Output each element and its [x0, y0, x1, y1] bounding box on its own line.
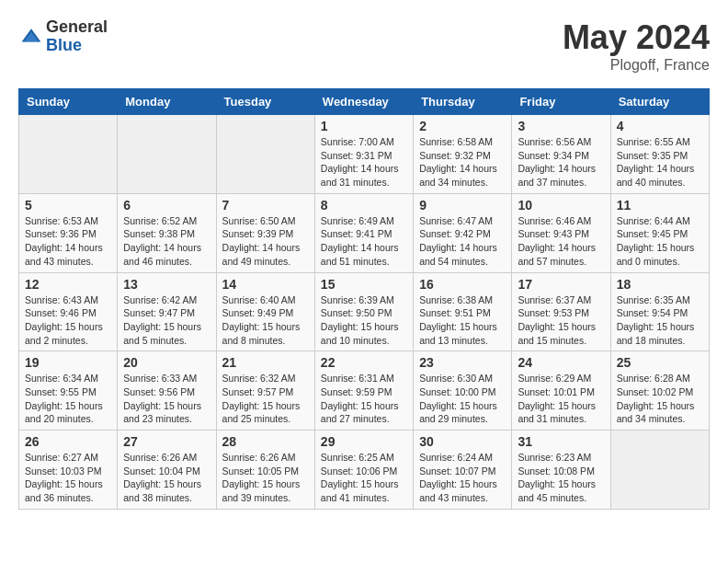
week-row: 12Sunrise: 6:43 AMSunset: 9:46 PMDayligh… [19, 272, 710, 351]
calendar-cell: 25Sunrise: 6:28 AMSunset: 10:02 PMDaylig… [610, 351, 709, 431]
day-info: Sunrise: 6:56 AMSunset: 9:34 PMDaylight:… [518, 135, 604, 190]
day-number: 8 [321, 198, 407, 213]
day-number: 20 [123, 355, 210, 370]
day-info: Sunrise: 6:25 AMSunset: 10:06 PMDaylight… [321, 451, 407, 505]
day-number: 23 [419, 355, 506, 370]
day-info: Sunrise: 6:58 AMSunset: 9:32 PMDaylight:… [419, 135, 506, 190]
calendar-cell: 21Sunrise: 6:32 AMSunset: 9:57 PMDayligh… [216, 351, 314, 431]
week-row: 26Sunrise: 6:27 AMSunset: 10:03 PMDaylig… [19, 431, 710, 510]
day-number: 27 [123, 434, 210, 449]
calendar-cell: 28Sunrise: 6:26 AMSunset: 10:05 PMDaylig… [216, 431, 314, 510]
day-info: Sunrise: 6:37 AMSunset: 9:53 PMDaylight:… [518, 293, 604, 348]
calendar-cell: 29Sunrise: 6:25 AMSunset: 10:06 PMDaylig… [314, 431, 413, 510]
calendar-cell: 13Sunrise: 6:42 AMSunset: 9:47 PMDayligh… [118, 272, 216, 351]
calendar-cell: 6Sunrise: 6:52 AMSunset: 9:38 PMDaylight… [118, 193, 216, 272]
day-info: Sunrise: 6:52 AMSunset: 9:38 PMDaylight:… [123, 214, 210, 269]
calendar-cell: 14Sunrise: 6:40 AMSunset: 9:49 PMDayligh… [216, 272, 314, 351]
day-number: 16 [419, 277, 506, 292]
day-number: 25 [617, 355, 703, 370]
day-number: 4 [617, 119, 703, 133]
day-info: Sunrise: 6:47 AMSunset: 9:42 PMDaylight:… [419, 214, 506, 269]
calendar-cell [216, 115, 314, 194]
day-of-week-header: Saturday [610, 89, 709, 115]
calendar-cell [19, 115, 118, 194]
day-number: 14 [222, 277, 309, 292]
calendar-cell: 24Sunrise: 6:29 AMSunset: 10:01 PMDaylig… [512, 351, 610, 431]
day-of-week-header: Monday [118, 89, 216, 115]
day-info: Sunrise: 6:44 AMSunset: 9:45 PMDaylight:… [617, 214, 703, 269]
day-info: Sunrise: 6:31 AMSunset: 9:59 PMDaylight:… [321, 372, 407, 426]
day-number: 29 [321, 434, 407, 449]
day-of-week-header: Thursday [414, 89, 512, 115]
calendar-cell: 2Sunrise: 6:58 AMSunset: 9:32 PMDaylight… [414, 115, 512, 194]
day-number: 11 [617, 198, 703, 213]
day-of-week-header: Friday [512, 89, 610, 115]
week-row: 5Sunrise: 6:53 AMSunset: 9:36 PMDaylight… [19, 193, 710, 272]
calendar-cell: 3Sunrise: 6:56 AMSunset: 9:34 PMDaylight… [512, 115, 610, 194]
day-number: 10 [518, 198, 604, 213]
day-info: Sunrise: 6:40 AMSunset: 9:49 PMDaylight:… [222, 293, 309, 348]
calendar-cell: 15Sunrise: 6:39 AMSunset: 9:50 PMDayligh… [314, 272, 413, 351]
calendar-cell: 20Sunrise: 6:33 AMSunset: 9:56 PMDayligh… [118, 351, 216, 431]
calendar-cell [610, 431, 709, 510]
month-year: May 2024 [563, 18, 710, 57]
day-number: 28 [222, 434, 309, 449]
day-info: Sunrise: 6:27 AMSunset: 10:03 PMDaylight… [25, 451, 111, 505]
day-info: Sunrise: 6:24 AMSunset: 10:07 PMDaylight… [419, 451, 506, 505]
day-number: 19 [25, 355, 111, 370]
day-info: Sunrise: 6:42 AMSunset: 9:47 PMDaylight:… [123, 293, 210, 348]
calendar-cell: 18Sunrise: 6:35 AMSunset: 9:54 PMDayligh… [610, 272, 709, 351]
day-info: Sunrise: 6:50 AMSunset: 9:39 PMDaylight:… [222, 214, 309, 269]
day-info: Sunrise: 6:23 AMSunset: 10:08 PMDaylight… [518, 451, 604, 505]
calendar-cell: 1Sunrise: 7:00 AMSunset: 9:31 PMDaylight… [314, 115, 413, 194]
day-number: 15 [321, 277, 407, 292]
day-number: 26 [25, 434, 111, 449]
calendar-cell: 7Sunrise: 6:50 AMSunset: 9:39 PMDaylight… [216, 193, 314, 272]
day-info: Sunrise: 6:46 AMSunset: 9:43 PMDaylight:… [518, 214, 604, 269]
logo-general: General [46, 18, 108, 37]
day-number: 3 [518, 119, 604, 133]
calendar-cell: 11Sunrise: 6:44 AMSunset: 9:45 PMDayligh… [610, 193, 709, 272]
calendar-cell: 10Sunrise: 6:46 AMSunset: 9:43 PMDayligh… [512, 193, 610, 272]
day-number: 9 [419, 198, 506, 213]
calendar-cell: 12Sunrise: 6:43 AMSunset: 9:46 PMDayligh… [19, 272, 118, 351]
day-number: 18 [617, 277, 703, 292]
day-info: Sunrise: 6:34 AMSunset: 9:55 PMDaylight:… [25, 372, 111, 426]
calendar-cell: 23Sunrise: 6:30 AMSunset: 10:00 PMDaylig… [414, 351, 512, 431]
day-info: Sunrise: 6:28 AMSunset: 10:02 PMDaylight… [617, 372, 703, 426]
day-info: Sunrise: 6:39 AMSunset: 9:50 PMDaylight:… [321, 293, 407, 348]
logo: General Blue [18, 18, 108, 55]
calendar-cell: 5Sunrise: 6:53 AMSunset: 9:36 PMDaylight… [19, 193, 118, 272]
day-number: 22 [321, 355, 407, 370]
logo-text: General Blue [46, 18, 108, 55]
calendar-cell: 4Sunrise: 6:55 AMSunset: 9:35 PMDaylight… [610, 115, 709, 194]
calendar-cell: 31Sunrise: 6:23 AMSunset: 10:08 PMDaylig… [512, 431, 610, 510]
calendar-cell: 9Sunrise: 6:47 AMSunset: 9:42 PMDaylight… [414, 193, 512, 272]
day-number: 12 [25, 277, 111, 292]
day-number: 24 [518, 355, 604, 370]
day-number: 2 [419, 119, 506, 133]
day-number: 1 [321, 119, 407, 133]
calendar-cell: 8Sunrise: 6:49 AMSunset: 9:41 PMDaylight… [314, 193, 413, 272]
day-info: Sunrise: 6:26 AMSunset: 10:05 PMDaylight… [222, 451, 309, 505]
day-info: Sunrise: 6:26 AMSunset: 10:04 PMDaylight… [123, 451, 210, 505]
week-row: 1Sunrise: 7:00 AMSunset: 9:31 PMDaylight… [19, 115, 710, 194]
day-info: Sunrise: 6:49 AMSunset: 9:41 PMDaylight:… [321, 214, 407, 269]
day-number: 7 [222, 198, 309, 213]
calendar-header-row: SundayMondayTuesdayWednesdayThursdayFrid… [19, 89, 710, 115]
page-header: General Blue May 2024 Plogoff, France [18, 18, 710, 74]
day-info: Sunrise: 6:32 AMSunset: 9:57 PMDaylight:… [222, 372, 309, 426]
calendar-cell: 30Sunrise: 6:24 AMSunset: 10:07 PMDaylig… [414, 431, 512, 510]
day-number: 6 [123, 198, 210, 213]
calendar-cell: 27Sunrise: 6:26 AMSunset: 10:04 PMDaylig… [118, 431, 216, 510]
day-info: Sunrise: 6:35 AMSunset: 9:54 PMDaylight:… [617, 293, 703, 348]
day-number: 5 [25, 198, 111, 213]
calendar-cell: 26Sunrise: 6:27 AMSunset: 10:03 PMDaylig… [19, 431, 118, 510]
calendar-cell [118, 115, 216, 194]
day-info: Sunrise: 6:55 AMSunset: 9:35 PMDaylight:… [617, 135, 703, 190]
day-number: 30 [419, 434, 506, 449]
logo-icon [20, 26, 42, 48]
day-number: 13 [123, 277, 210, 292]
day-info: Sunrise: 6:30 AMSunset: 10:00 PMDaylight… [419, 372, 506, 426]
title-block: May 2024 Plogoff, France [563, 18, 710, 74]
